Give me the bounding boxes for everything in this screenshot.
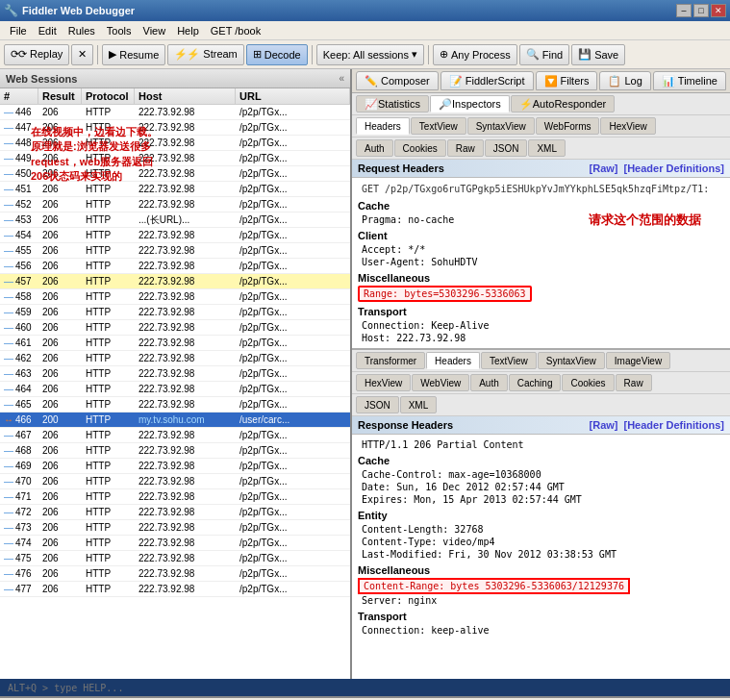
table-row[interactable]: — 457 206 HTTP 222.73.92.98 /p2p/TGx... [0,274,350,289]
table-row[interactable]: — 454 206 HTTP 222.73.92.98 /p2p/TGx... [0,228,350,243]
req-tab-webforms[interactable]: WebForms [536,117,600,135]
save-button[interactable]: 💾 Save [571,44,625,65]
req-tab-auth[interactable]: Auth [356,139,393,157]
table-row[interactable]: — 474 206 HTTP 222.73.92.98 /p2p/TGx... [0,536,350,551]
resp-tab-hexview[interactable]: HexView [356,374,411,391]
tab-timeline[interactable]: 📊 Timeline [653,71,726,90]
cell-protocol: HTTP [82,291,135,302]
table-row[interactable]: — 465 206 HTTP 222.73.92.98 /p2p/TGx... [0,397,350,412]
menu-edit[interactable]: Edit [33,23,63,38]
req-tab-syntaxview[interactable]: SyntaxView [467,117,535,135]
table-row[interactable]: — 448 206 HTTP 222.73.92.98 /p2p/TGx... [0,136,350,151]
table-row[interactable]: — 462 206 HTTP 222.73.92.98 /p2p/TGx... [0,351,350,366]
raw-link[interactable]: [Raw] [590,162,618,174]
command-input[interactable] [8,683,722,693]
cell-num: — 452 [0,199,38,210]
req-tab-headers[interactable]: Headers [356,117,410,135]
req-tab-cookies[interactable]: Cookies [394,139,446,157]
table-row[interactable]: — 475 206 HTTP 222.73.92.98 /p2p/TGx... [0,551,350,566]
resume-button[interactable]: ▶ Resume [102,44,165,65]
resp-tab-cookies[interactable]: Cookies [562,374,614,391]
table-row[interactable]: — 447 206 HTTP 222.73.92.98 /p2p/TGx... [0,120,350,136]
any-process-button[interactable]: ⊕ Any Process [433,44,517,65]
cell-url: /user/carc... [236,414,350,425]
collapse-button[interactable]: « [339,73,344,84]
title-bar: 🔧 Fiddler Web Debugger – □ ✕ [0,0,730,21]
resp-tab-xml[interactable]: XML [400,396,438,413]
table-row[interactable]: — 453 206 HTTP ...(长URL)... /p2p/TGx... [0,212,350,228]
table-row[interactable]: — 449 206 HTTP 222.73.92.98 /p2p/TGx... [0,151,350,166]
tab-autoresponder[interactable]: ⚡ AutoResponder [511,95,615,112]
table-row[interactable]: — 452 206 HTTP 222.73.92.98 /p2p/TGx... [0,197,350,212]
decode-button[interactable]: ⊞ Decode [246,44,308,65]
tab-filters[interactable]: 🔽 Filters [536,71,598,90]
minimize-button[interactable]: – [676,4,692,17]
col-num: # [0,88,38,104]
resp-tab-transformer[interactable]: Transformer [356,352,425,369]
table-row[interactable]: — 458 206 HTTP 222.73.92.98 /p2p/TGx... [0,289,350,305]
menu-file[interactable]: File [4,23,33,38]
replay-button[interactable]: ⟳ ⟳ Replay [4,44,69,65]
resp-tab-textview[interactable]: TextView [481,352,537,369]
header-defs-link[interactable]: [Header Definitions] [623,162,724,174]
resp-tab-caching[interactable]: Caching [509,374,562,391]
resp-tab-auth[interactable]: Auth [470,374,508,391]
req-tab-raw[interactable]: Raw [447,139,484,157]
resp-tab-syntaxview[interactable]: SyntaxView [538,352,605,369]
composer-icon: ✏️ [365,75,378,88]
req-tab-xml[interactable]: XML [528,139,566,157]
stop-button[interactable]: ✕ [71,44,93,65]
sessions-table[interactable]: # Result Protocol Host URL — 446 206 HTT… [0,88,350,679]
cache-group-title: Cache [358,200,724,212]
table-row[interactable]: — 470 206 HTTP 222.73.92.98 /p2p/TGx... [0,474,350,489]
table-row[interactable]: — 451 206 HTTP 222.73.92.98 /p2p/TGx... [0,182,350,197]
resp-header-defs-link[interactable]: [Header Definitions] [623,419,724,431]
menu-view[interactable]: View [138,23,172,38]
table-row[interactable]: ↔ 466 200 HTTP my.tv.sohu.com /user/carc… [0,412,350,428]
table-row[interactable]: — 469 206 HTTP 222.73.92.98 /p2p/TGx... [0,459,350,474]
table-row[interactable]: — 459 206 HTTP 222.73.92.98 /p2p/TGx... [0,305,350,320]
table-row[interactable]: — 460 206 HTTP 222.73.92.98 /p2p/TGx... [0,320,350,336]
table-row[interactable]: — 461 206 HTTP 222.73.92.98 /p2p/TGx... [0,336,350,351]
req-tab-textview[interactable]: TextView [411,117,466,135]
menu-tools[interactable]: Tools [101,23,138,38]
resp-tab-json[interactable]: JSON [356,396,399,413]
resp-tab-imageview[interactable]: ImageView [606,352,670,369]
table-row[interactable]: — 476 206 HTTP 222.73.92.98 /p2p/TGx... [0,566,350,582]
table-row[interactable]: — 468 206 HTTP 222.73.92.98 /p2p/TGx... [0,443,350,459]
table-row[interactable]: — 473 206 HTTP 222.73.92.98 /p2p/TGx... [0,520,350,536]
table-row[interactable]: — 455 206 HTTP 222.73.92.98 /p2p/TGx... [0,243,350,259]
table-row[interactable]: — 450 206 HTTP 222.73.92.98 /p2p/TGx... [0,166,350,182]
menu-help[interactable]: Help [171,23,205,38]
req-tab-hexview[interactable]: HexView [600,117,655,135]
keep-dropdown[interactable]: Keep: All sessions ▾ [316,44,424,65]
row-indicator: — [4,507,13,517]
menu-rules[interactable]: Rules [63,23,101,38]
table-row[interactable]: — 477 206 HTTP 222.73.92.98 /p2p/TGx... [0,582,350,597]
table-row[interactable]: — 464 206 HTTP 222.73.92.98 /p2p/TGx... [0,382,350,397]
tab-statistics[interactable]: 📈 Statistics [356,95,429,112]
tab-log[interactable]: 📋 Log [599,71,650,90]
resp-tab-webview[interactable]: WebView [412,374,469,391]
cell-host: 222.73.92.98 [135,168,236,179]
close-button[interactable]: ✕ [711,4,726,17]
cell-num: — 467 [0,430,38,440]
table-row[interactable]: — 472 206 HTTP 222.73.92.98 /p2p/TGx... [0,505,350,520]
find-button[interactable]: 🔍 Find [519,44,569,65]
req-tab-json[interactable]: JSON [485,139,528,157]
tab-composer[interactable]: ✏️ Composer [356,71,439,90]
tab-inspectors[interactable]: 🔎 Inspectors [430,95,510,112]
save-icon: 💾 [578,48,592,61]
table-row[interactable]: — 471 206 HTTP 222.73.92.98 /p2p/TGx... [0,489,350,505]
resp-tab-headers[interactable]: Headers [426,352,480,369]
table-row[interactable]: — 463 206 HTTP 222.73.92.98 /p2p/TGx... [0,366,350,382]
maximize-button[interactable]: □ [693,4,709,17]
table-row[interactable]: — 446 206 HTTP 222.73.92.98 /p2p/TGx... [0,105,350,120]
tab-fiddlerscript[interactable]: 📝 FiddlerScript [441,71,534,90]
resp-raw-link[interactable]: [Raw] [590,419,618,431]
menu-get-book[interactable]: GET /book [205,23,266,38]
table-row[interactable]: — 456 206 HTTP 222.73.92.98 /p2p/TGx... [0,259,350,274]
resp-tab-raw[interactable]: Raw [616,374,652,391]
table-row[interactable]: — 467 206 HTTP 222.73.92.98 /p2p/TGx... [0,428,350,443]
stream-button[interactable]: ⚡ ⚡ Stream [167,44,244,65]
